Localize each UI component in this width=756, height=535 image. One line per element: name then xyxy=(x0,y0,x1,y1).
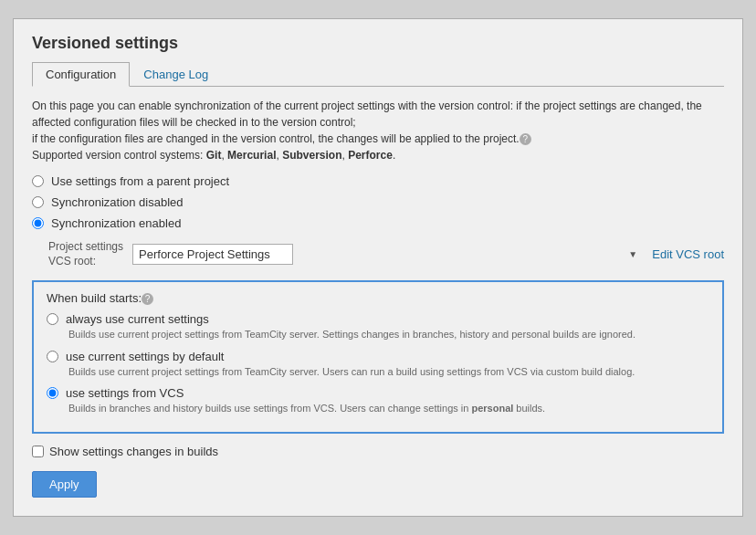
apply-button[interactable]: Apply xyxy=(32,471,97,498)
radio-option-parent[interactable]: Use settings from a parent project xyxy=(32,174,724,188)
sub-option-default-current: use current settings by default Builds u… xyxy=(47,350,709,379)
tab-bar: Configuration Change Log xyxy=(32,62,724,87)
radio-option-disabled[interactable]: Synchronization disabled xyxy=(32,195,724,209)
when-build-help-icon[interactable]: ? xyxy=(142,293,153,305)
sub-option-always-current: always use current settings Builds use c… xyxy=(47,312,709,341)
radio-parent[interactable] xyxy=(32,175,44,187)
sub-option-vcs-desc: Builds in branches and history builds us… xyxy=(68,402,709,415)
sub-option-vcs-label: use settings from VCS xyxy=(66,386,184,400)
radio-disabled[interactable] xyxy=(32,196,44,208)
radio-enabled-label: Synchronization enabled xyxy=(51,216,181,230)
when-build-starts-box: When build starts:? always use current s… xyxy=(32,280,724,434)
sync-options-group: Use settings from a parent project Synch… xyxy=(32,174,724,230)
radio-disabled-label: Synchronization disabled xyxy=(51,195,184,209)
radio-from-vcs[interactable] xyxy=(47,387,58,399)
sub-option-default-label-row[interactable]: use current settings by default xyxy=(47,350,709,363)
vcs-root-select[interactable]: Perforce Project Settings xyxy=(132,244,293,265)
vcs-root-select-wrapper: Perforce Project Settings xyxy=(132,244,643,265)
sub-option-default-label: use current settings by default xyxy=(66,350,224,363)
tab-configuration[interactable]: Configuration xyxy=(32,62,130,87)
project-settings-row: Project settings VCS root: Perforce Proj… xyxy=(48,239,724,270)
radio-default-current[interactable] xyxy=(47,351,58,362)
vcs-root-label: Project settings VCS root: xyxy=(48,239,123,270)
sub-option-from-vcs: use settings from VCS Builds in branches… xyxy=(47,386,709,415)
show-changes-checkbox[interactable] xyxy=(32,446,44,457)
description-text: On this page you can enable synchronizat… xyxy=(32,98,724,163)
sub-option-always-label: always use current settings xyxy=(66,312,209,326)
radio-enabled[interactable] xyxy=(32,217,44,229)
versioned-settings-window: Versioned settings Configuration Change … xyxy=(13,18,743,518)
sub-option-default-desc: Builds use current project settings from… xyxy=(68,365,709,379)
sub-option-always-label-row[interactable]: always use current settings xyxy=(47,312,709,326)
when-build-title: When build starts:? xyxy=(47,291,709,305)
radio-always-current[interactable] xyxy=(47,313,58,325)
sub-option-vcs-label-row[interactable]: use settings from VCS xyxy=(47,386,709,400)
show-changes-label: Show settings changes in builds xyxy=(49,445,218,458)
radio-parent-label: Use settings from a parent project xyxy=(51,174,229,188)
show-changes-row: Show settings changes in builds xyxy=(32,445,724,458)
radio-option-enabled[interactable]: Synchronization enabled xyxy=(32,216,724,230)
tab-changelog[interactable]: Change Log xyxy=(130,62,222,87)
help-icon[interactable]: ? xyxy=(520,133,531,145)
edit-vcs-root-link[interactable]: Edit VCS root xyxy=(652,247,724,261)
sub-option-always-desc: Builds use current project settings from… xyxy=(68,328,709,341)
page-title: Versioned settings xyxy=(32,34,724,53)
